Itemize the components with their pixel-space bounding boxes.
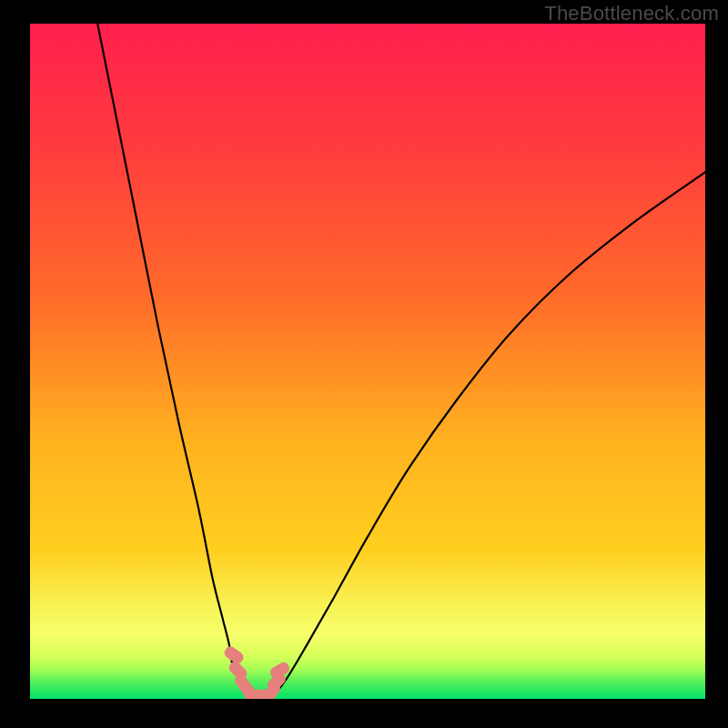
chart-svg (30, 24, 705, 699)
watermark-text: TheBottleneck.com (544, 2, 719, 25)
gradient-background (30, 24, 705, 699)
chart-plot (30, 24, 705, 699)
chart-frame: TheBottleneck.com (0, 0, 728, 728)
